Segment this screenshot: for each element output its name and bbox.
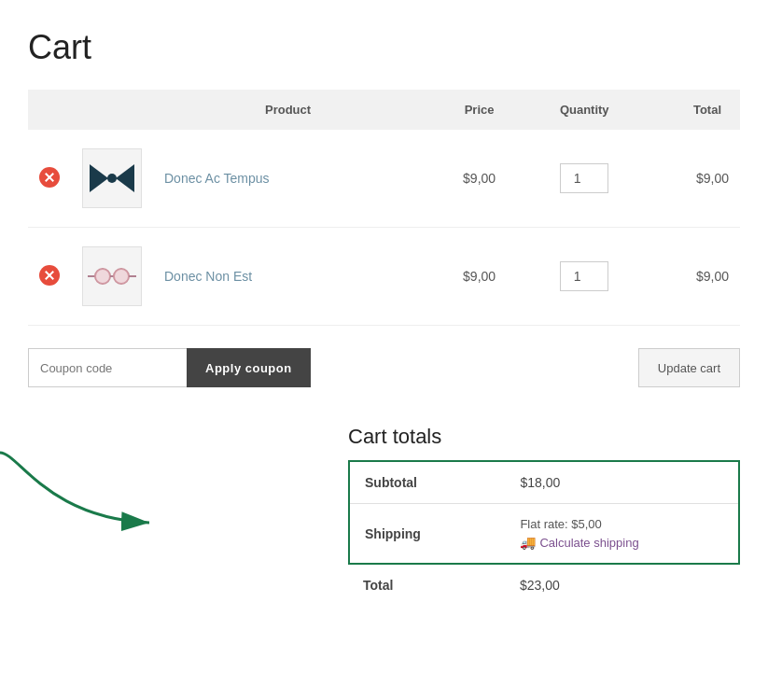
svg-rect-3 bbox=[95, 269, 110, 284]
remove-item-button[interactable] bbox=[39, 167, 60, 188]
cart-totals-wrapper: Cart totals Subtotal $18,00 Shipping Fla… bbox=[28, 425, 740, 606]
annotation-arrow bbox=[0, 443, 177, 555]
cart-table: Product Price Quantity Total bbox=[28, 90, 740, 326]
coupon-area: Apply coupon bbox=[28, 348, 311, 387]
col-header-quantity: Quantity bbox=[525, 90, 644, 130]
page-title: Cart bbox=[28, 28, 740, 67]
subtotal-value: $18,00 bbox=[505, 462, 738, 504]
col-header-product: Product bbox=[153, 90, 434, 130]
svg-rect-6 bbox=[114, 269, 129, 284]
item-price: $9,00 bbox=[434, 228, 525, 326]
totals-table: Subtotal $18,00 Shipping Flat rate: $5,0… bbox=[350, 462, 738, 563]
cart-totals-title: Cart totals bbox=[348, 425, 740, 449]
cart-totals-box: Cart totals Subtotal $18,00 Shipping Fla… bbox=[348, 425, 740, 606]
shipping-row: Shipping Flat rate: $5,00 🚚 Calculate sh… bbox=[350, 504, 738, 564]
table-row: Donec Ac Tempus $9,00 $9,00 bbox=[28, 130, 740, 228]
total-row: Total $23,00 bbox=[348, 565, 740, 606]
cart-actions: Apply coupon Update cart bbox=[28, 348, 740, 387]
item-total: $9,00 bbox=[644, 130, 740, 228]
item-total: $9,00 bbox=[644, 228, 740, 326]
truck-icon: 🚚 bbox=[520, 535, 536, 550]
subtotal-row: Subtotal $18,00 bbox=[350, 462, 738, 504]
total-label: Total bbox=[348, 565, 505, 606]
shipping-label: Shipping bbox=[350, 504, 505, 564]
product-thumbnail bbox=[82, 246, 142, 306]
calc-shipping-label: Calculate shipping bbox=[539, 536, 638, 550]
flat-rate-text: Flat rate: $5,00 bbox=[520, 517, 723, 531]
total-value: $23,00 bbox=[505, 565, 740, 606]
coupon-input[interactable] bbox=[28, 348, 187, 387]
remove-item-button[interactable] bbox=[39, 265, 60, 286]
apply-coupon-button[interactable]: Apply coupon bbox=[187, 348, 311, 387]
product-thumbnail bbox=[82, 148, 142, 208]
quantity-input[interactable] bbox=[560, 163, 608, 193]
totals-highlighted-section: Subtotal $18,00 Shipping Flat rate: $5,0… bbox=[348, 460, 740, 565]
product-link[interactable]: Donec Non Est bbox=[164, 269, 252, 284]
quantity-input[interactable] bbox=[560, 261, 608, 291]
update-cart-button[interactable]: Update cart bbox=[638, 348, 740, 387]
total-row-table: Total $23,00 bbox=[348, 565, 740, 606]
table-row: Donec Non Est $9,00 $9,00 bbox=[28, 228, 740, 326]
calculate-shipping-link[interactable]: 🚚 Calculate shipping bbox=[520, 535, 638, 550]
col-header-price: Price bbox=[434, 90, 525, 130]
shipping-details: Flat rate: $5,00 🚚 Calculate shipping bbox=[505, 504, 738, 564]
col-header-total: Total bbox=[644, 90, 740, 130]
subtotal-label: Subtotal bbox=[350, 462, 505, 504]
product-link[interactable]: Donec Ac Tempus bbox=[164, 171, 270, 186]
svg-point-0 bbox=[107, 174, 117, 183]
item-price: $9,00 bbox=[434, 130, 525, 228]
